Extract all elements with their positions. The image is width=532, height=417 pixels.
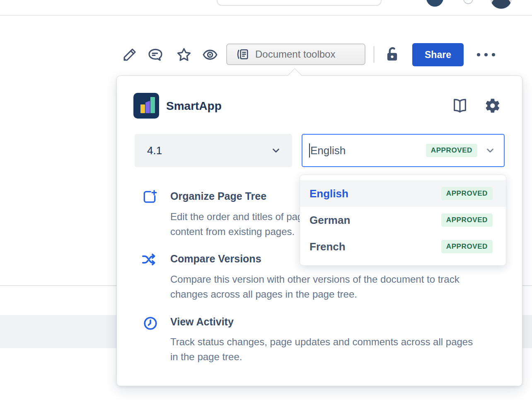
logo-bar-yellow <box>140 104 145 113</box>
view-activity-clock-icon <box>143 315 158 331</box>
language-select[interactable]: English APPROVED <box>302 134 505 167</box>
edit-icon[interactable] <box>121 46 138 63</box>
smartapp-logo <box>133 93 159 119</box>
document-toolbox-popup: SmartApp 4.1 English APPROVED English AP… <box>116 75 522 386</box>
compare-versions-shuffle-icon <box>141 252 157 267</box>
status-badge: APPROVED <box>426 144 477 157</box>
feature-organize-page-tree[interactable]: Organize Page Tree <box>170 190 266 202</box>
feature-view-activity[interactable]: View Activity <box>170 316 234 328</box>
option-label: French <box>310 240 441 253</box>
global-navigation-bar <box>0 0 532 16</box>
feature-description: Track status changes, page updates and c… <box>170 335 502 364</box>
documentation-book-icon[interactable] <box>452 97 468 114</box>
avatar[interactable] <box>426 0 443 7</box>
feature-compare-versions[interactable]: Compare Versions <box>170 253 261 265</box>
popup-caret <box>288 68 302 83</box>
logo-bar-teal <box>150 97 155 113</box>
language-option-english[interactable]: English APPROVED <box>300 180 506 207</box>
search-input[interactable] <box>217 0 382 6</box>
document-toolbox-button[interactable]: Document toolbox <box>226 44 365 65</box>
option-label: German <box>310 214 441 227</box>
document-toolbox-label: Document toolbox <box>255 48 335 60</box>
language-option-german[interactable]: German APPROVED <box>300 207 506 233</box>
unlock-icon[interactable] <box>383 46 399 63</box>
avatar[interactable] <box>490 0 512 9</box>
feature-description: Compare this version with other versions… <box>170 272 502 302</box>
document-icon <box>236 48 249 61</box>
organize-page-tree-icon <box>142 189 157 205</box>
status-badge: APPROVED <box>441 187 493 200</box>
chevron-down-icon <box>485 145 496 156</box>
text-cursor <box>309 143 310 158</box>
version-value: 4.1 <box>147 144 271 157</box>
share-button[interactable]: Share <box>412 43 464 66</box>
version-select[interactable]: 4.1 <box>135 134 292 167</box>
language-value: English <box>310 144 426 157</box>
language-dropdown-menu: English APPROVED German APPROVED French … <box>300 175 506 266</box>
share-label: Share <box>425 49 451 61</box>
status-badge: APPROVED <box>441 213 493 227</box>
settings-gear-icon[interactable] <box>484 97 501 114</box>
chevron-down-icon <box>271 145 281 156</box>
help-icon[interactable] <box>463 0 473 4</box>
more-actions-icon[interactable] <box>475 51 497 58</box>
app-title: SmartApp <box>166 99 222 113</box>
option-label: English <box>310 187 441 200</box>
toolbar-divider <box>373 46 375 63</box>
star-icon[interactable] <box>176 46 192 63</box>
comment-icon[interactable] <box>147 46 164 63</box>
watch-eye-icon[interactable] <box>202 46 218 63</box>
language-option-french[interactable]: French APPROVED <box>300 233 506 260</box>
status-badge: APPROVED <box>441 240 493 253</box>
logo-bar-purple <box>145 101 150 113</box>
